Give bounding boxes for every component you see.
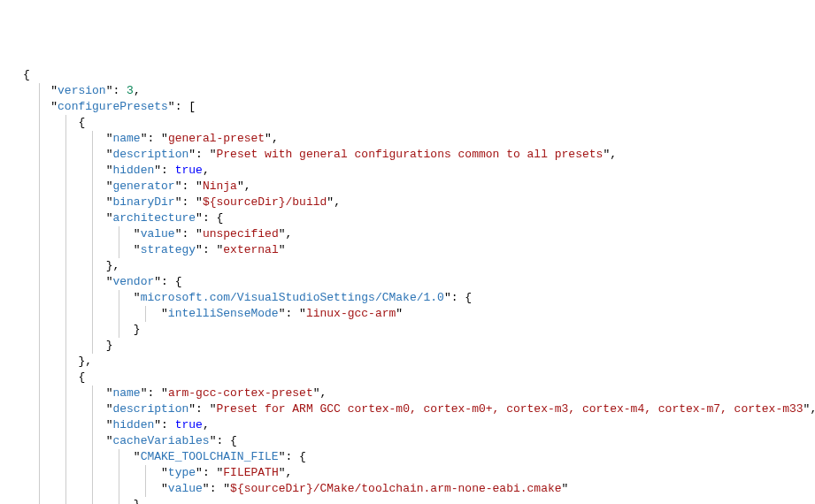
json-token: } — [134, 498, 141, 504]
json-token: , — [286, 466, 293, 479]
json-token: , — [134, 84, 141, 97]
json-token: " — [154, 418, 161, 431]
json-token: description — [112, 148, 188, 161]
json-token: " — [196, 195, 203, 209]
json-token: }, — [78, 355, 92, 368]
code-line: { — [7, 370, 808, 386]
code-line: "configurePresets": [ — [7, 99, 808, 115]
code-line: "vendor": { — [7, 274, 808, 290]
json-token: Preset for ARM GCC cortex-m0, cortex-m0+… — [217, 402, 803, 416]
json-token: " — [396, 307, 403, 320]
json-token: }, — [106, 259, 120, 272]
json-token: " — [562, 482, 569, 495]
json-token: binaryDir — [112, 195, 174, 209]
json-token: { — [23, 68, 30, 81]
json-token: { — [78, 370, 85, 384]
json-token: , — [272, 132, 279, 145]
json-token: , — [610, 148, 617, 161]
json-token: intelliSenseMode — [168, 307, 279, 320]
json-token: CMAKE_TOOLCHAIN_FILE — [141, 450, 279, 463]
json-token: arm-gcc-cortex-preset — [168, 386, 313, 400]
json-token: " — [50, 100, 58, 113]
json-token: : { — [203, 211, 223, 225]
json-token: : — [161, 418, 175, 431]
json-token: " — [327, 195, 334, 209]
json-token: " — [223, 482, 230, 495]
code-line: "type": "FILEPATH", — [7, 465, 808, 481]
code-line: }, — [7, 258, 808, 274]
json-token: " — [134, 291, 141, 304]
json-token: unspecified — [203, 227, 279, 241]
json-token: , — [286, 227, 293, 241]
json-token: " — [134, 450, 141, 463]
json-token: hidden — [112, 164, 154, 177]
json-token: " — [154, 275, 161, 288]
json-token: " — [313, 386, 320, 400]
json-token: : [ — [175, 100, 196, 113]
code-line: "hidden": true, — [7, 163, 808, 179]
json-token: , — [320, 386, 327, 400]
code-line: "description": "Preset with general conf… — [7, 147, 808, 163]
json-token: value — [141, 227, 175, 241]
json-code-block: { "version": 3, "configurePresets": [ { … — [7, 67, 808, 504]
json-token: Preset with general configurations commo… — [217, 148, 604, 161]
json-token: , — [203, 418, 210, 431]
json-token: " — [196, 227, 203, 241]
json-token: , — [810, 402, 815, 416]
json-token: FILEPATH — [223, 466, 278, 479]
json-token: " — [168, 100, 175, 113]
json-token: value — [168, 482, 203, 495]
json-token: configurePresets — [58, 100, 168, 113]
json-token: name — [112, 132, 140, 145]
code-line: }, — [7, 354, 808, 370]
json-token: : — [285, 307, 299, 320]
json-token: " — [265, 132, 272, 145]
code-line: { — [7, 67, 808, 83]
json-token: linux-gcc-arm — [306, 307, 396, 320]
json-token: vendor — [112, 275, 154, 288]
json-token: true — [175, 164, 203, 177]
code-line: "strategy": "external" — [7, 242, 808, 258]
json-token: : — [181, 227, 196, 241]
json-token: description — [112, 402, 188, 416]
json-token: : { — [285, 450, 305, 463]
json-token: " — [196, 466, 203, 479]
json-token: : — [147, 386, 161, 400]
json-token: : — [196, 402, 210, 416]
json-token: , — [334, 195, 341, 209]
json-token: cacheVariables — [112, 434, 209, 447]
json-token: " — [203, 482, 210, 495]
code-line: "version": 3, — [7, 83, 808, 99]
json-token: " — [237, 179, 244, 193]
json-token: microsoft.com/VisualStudioSettings/CMake… — [141, 291, 444, 304]
json-token: 3 — [127, 84, 134, 97]
code-line: "generator": "Ninja", — [7, 179, 808, 195]
json-token: " — [50, 84, 58, 97]
json-token: { — [78, 116, 85, 129]
json-token: strategy — [141, 243, 196, 256]
json-token: " — [134, 227, 141, 241]
json-token: : — [181, 195, 196, 209]
code-line: } — [7, 322, 808, 338]
json-token: " — [279, 243, 286, 256]
json-token: " — [444, 291, 451, 304]
json-token: : — [181, 179, 196, 193]
code-line: } — [7, 338, 808, 354]
json-token: " — [161, 132, 168, 145]
json-token: : — [210, 482, 224, 495]
json-token: " — [188, 148, 196, 161]
json-token: : — [147, 132, 161, 145]
json-token: ${sourceDir}/build — [203, 195, 327, 209]
json-token: Ninja — [203, 179, 237, 193]
code-line: "architecture": { — [7, 210, 808, 226]
json-token: " — [161, 482, 168, 495]
code-line: "hidden": true, — [7, 417, 808, 433]
json-token: " — [279, 466, 286, 479]
json-token: " — [196, 211, 203, 225]
code-line: "intelliSenseMode": "linux-gcc-arm" — [7, 306, 808, 322]
json-token: " — [161, 307, 168, 320]
json-token: general-preset — [168, 132, 265, 145]
json-token: } — [106, 339, 113, 352]
code-line: "cacheVariables": { — [7, 433, 808, 449]
json-token: name — [112, 386, 140, 400]
